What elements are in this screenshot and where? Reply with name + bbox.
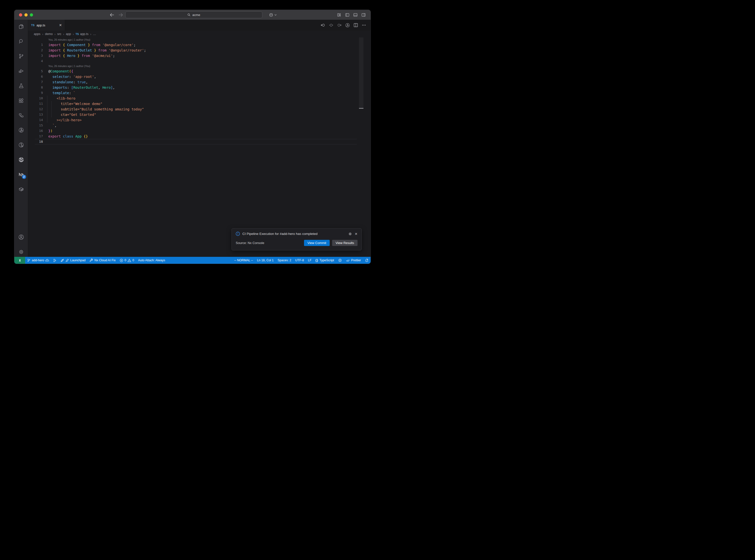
auto-attach-item[interactable]: Auto Attach: Always bbox=[136, 257, 167, 264]
devtools-swirl-icon[interactable] bbox=[18, 157, 24, 163]
breadcrumb-item[interactable]: demo bbox=[45, 32, 53, 36]
cursor-position-item[interactable]: Ln 18, Col 1 bbox=[255, 257, 275, 264]
run-debug-icon[interactable] bbox=[18, 68, 24, 74]
split-editor-icon[interactable] bbox=[354, 23, 358, 27]
remote-indicator[interactable] bbox=[14, 257, 25, 264]
extensions-icon[interactable] bbox=[18, 98, 24, 103]
window-controls bbox=[19, 13, 33, 17]
tab-close-icon[interactable]: ✕ bbox=[59, 23, 62, 27]
gitlens-inspect-icon[interactable] bbox=[18, 142, 24, 148]
breadcrumb-item[interactable]: … bbox=[93, 32, 96, 36]
breadcrumb[interactable]: apps›demo›src›app›TSapp.ts›… bbox=[28, 31, 371, 38]
nx-console-icon[interactable]: 2 bbox=[18, 172, 24, 178]
toggle-panel-icon[interactable] bbox=[353, 13, 358, 17]
prettier-item[interactable]: Prettier bbox=[344, 257, 363, 264]
explorer-icon[interactable] bbox=[18, 24, 24, 29]
code-line-7[interactable]: 7 standalone: true, bbox=[28, 79, 371, 85]
commit-graph-item[interactable] bbox=[51, 257, 58, 264]
source-control-icon[interactable] bbox=[18, 53, 24, 59]
toggle-secondary-sidebar-icon[interactable] bbox=[361, 13, 366, 17]
breadcrumb-item[interactable]: app.ts bbox=[80, 32, 88, 36]
gitlens-icon[interactable] bbox=[18, 127, 24, 133]
code-line-14[interactable]: 14 ></lib-hero> bbox=[28, 117, 371, 123]
eol-item[interactable]: LF bbox=[306, 257, 314, 264]
notification-close-icon[interactable]: ✕ bbox=[355, 232, 358, 236]
notification-title: CI Pipeline Execution for #add-hero has … bbox=[242, 232, 318, 236]
code-line-8[interactable]: 8 imports: [RouterOutlet, Hero], bbox=[28, 85, 371, 90]
line-number: 8 bbox=[28, 85, 43, 90]
accounts-icon[interactable] bbox=[18, 234, 24, 240]
more-actions-icon[interactable] bbox=[362, 23, 366, 27]
breadcrumb-separator: › bbox=[42, 32, 43, 36]
code-line-10[interactable]: 10 <lib-hero bbox=[28, 96, 371, 101]
code-line-11[interactable]: 11 title="Welcmoe demo" bbox=[28, 101, 371, 106]
breadcrumb-item[interactable]: apps bbox=[34, 32, 40, 36]
change-indicator-icon[interactable] bbox=[329, 23, 333, 27]
launchpad-item[interactable]: Launchpad bbox=[58, 257, 87, 264]
component-hierarchy-icon[interactable] bbox=[18, 113, 24, 118]
notifications-bell-item[interactable] bbox=[363, 257, 371, 264]
code-line-13[interactable]: 13 cta="Get Started" bbox=[28, 112, 371, 117]
toggle-primary-sidebar-icon[interactable] bbox=[345, 13, 350, 17]
search-sidebar-icon[interactable] bbox=[18, 38, 24, 44]
command-center-search[interactable]: acme bbox=[125, 11, 262, 18]
testing-icon[interactable] bbox=[18, 83, 24, 89]
scrollbar-track[interactable] bbox=[359, 38, 363, 108]
copilot-menu[interactable] bbox=[269, 13, 277, 17]
tab-app-ts[interactable]: TS app.ts ✕ bbox=[28, 20, 65, 31]
current-line-highlight bbox=[35, 139, 357, 144]
code-line-18[interactable]: 18 bbox=[28, 139, 371, 144]
code-line-17[interactable]: 17export class App {} bbox=[28, 134, 371, 139]
title-bar: acme bbox=[14, 10, 371, 20]
code-line-3[interactable]: 3import { Hero } from '@acme/ui'; bbox=[28, 53, 371, 58]
close-window-button[interactable] bbox=[19, 13, 22, 17]
code-line-16[interactable]: 16}) bbox=[28, 128, 371, 134]
code-editor[interactable]: You, 26 minutes ago | 1 author (You)1imp… bbox=[28, 38, 371, 257]
settings-gear-icon[interactable] bbox=[18, 249, 24, 255]
problems-item[interactable]: 0 0 bbox=[118, 257, 136, 264]
tab-label: app.ts bbox=[37, 23, 45, 27]
minimize-window-button[interactable] bbox=[24, 13, 27, 17]
next-change-icon[interactable] bbox=[337, 23, 341, 27]
code-line-5[interactable]: 5@Component({ bbox=[28, 68, 371, 74]
view-results-button[interactable]: View Results bbox=[332, 240, 358, 246]
code-line-9[interactable]: 9 template: ` bbox=[28, 90, 371, 96]
gitlens-codelens[interactable]: You, 26 minutes ago | 1 author (You) bbox=[28, 38, 371, 42]
gitlens-graph-icon[interactable] bbox=[345, 23, 350, 27]
encoding-item[interactable]: UTF-8 bbox=[293, 257, 306, 264]
copilot-status-item[interactable] bbox=[336, 257, 344, 264]
breadcrumb-item[interactable]: app bbox=[66, 32, 71, 36]
line-number: 12 bbox=[28, 106, 43, 112]
git-branch-item[interactable]: add-hero bbox=[25, 257, 51, 264]
search-icon bbox=[187, 13, 191, 17]
nx-badge: 2 bbox=[22, 175, 26, 179]
typescript-file-icon: TS bbox=[31, 24, 35, 27]
tab-bar: TS app.ts ✕ bbox=[28, 20, 371, 31]
gitlens-codelens[interactable]: You, 26 minutes ago | 1 author (You) bbox=[28, 64, 371, 68]
customize-layout-icon[interactable] bbox=[337, 13, 341, 17]
vim-mode-item[interactable]: -- NORMAL -- bbox=[232, 257, 255, 264]
code-line-4[interactable]: 4 bbox=[28, 58, 371, 64]
code-line-15[interactable]: 15 `, bbox=[28, 123, 371, 128]
encoding-label: UTF-8 bbox=[295, 259, 304, 262]
containers-icon[interactable] bbox=[18, 186, 24, 192]
copilot-icon bbox=[269, 13, 274, 17]
notification-settings-icon[interactable] bbox=[348, 232, 352, 236]
nx-cloud-ai-fix-item[interactable]: Nx Cloud AI Fix bbox=[87, 257, 118, 264]
zoom-window-button[interactable] bbox=[30, 13, 33, 17]
breadcrumb-item[interactable]: src bbox=[57, 32, 61, 36]
view-commit-button[interactable]: View Commit bbox=[304, 240, 330, 246]
back-arrow-icon[interactable] bbox=[110, 13, 114, 17]
indentation-item[interactable]: Spaces: 2 bbox=[276, 257, 293, 264]
previous-change-icon[interactable] bbox=[321, 23, 325, 27]
language-mode-item[interactable]: {} TypeScript bbox=[313, 257, 336, 264]
forward-arrow-icon[interactable] bbox=[119, 13, 123, 17]
double-check-icon bbox=[346, 259, 350, 262]
breadcrumb-separator: › bbox=[55, 32, 56, 36]
code-line-6[interactable]: 6 selector: 'app-root', bbox=[28, 74, 371, 79]
code-line-2[interactable]: 2import { RouterOutlet } from '@angular/… bbox=[28, 47, 371, 53]
bell-icon bbox=[365, 259, 369, 262]
code-line-1[interactable]: 1import { Component } from '@angular/cor… bbox=[28, 42, 371, 47]
code-line-12[interactable]: 12 subtitle="Build something amazing tod… bbox=[28, 106, 371, 112]
line-number: 16 bbox=[28, 128, 43, 134]
